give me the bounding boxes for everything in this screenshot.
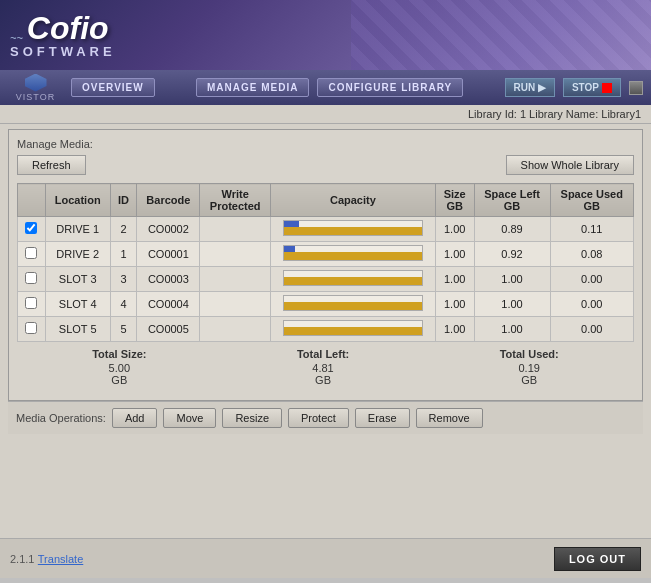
row-id: 4 — [110, 292, 137, 317]
total-left-label: Total Left: — [297, 348, 349, 360]
row-checkbox-cell[interactable] — [18, 242, 46, 267]
row-space-used: 0.11 — [550, 217, 633, 242]
library-info-bar: Library Id: 1 Library Name: Library1 — [0, 105, 651, 124]
nav-logo-area: VISTOR — [8, 74, 63, 102]
total-used: Total Used: 0.19 GB — [500, 348, 559, 386]
row-id: 2 — [110, 217, 137, 242]
col-capacity: Capacity — [270, 184, 435, 217]
logo-area: ~~ Cofio SOFTWARE — [10, 12, 116, 59]
row-location: SLOT 3 — [45, 267, 110, 292]
add-button[interactable]: Add — [112, 408, 158, 428]
total-size-value: 5.00 — [92, 362, 146, 374]
col-space-used: Space UsedGB — [550, 184, 633, 217]
row-capacity — [270, 317, 435, 342]
capacity-bar-free — [284, 302, 422, 310]
row-location: SLOT 4 — [45, 292, 110, 317]
configure-library-button[interactable]: CONFIGURE LIBRARY — [317, 78, 463, 97]
navbar: VISTOR OVERVIEW MANAGE MEDIA CONFIGURE L… — [0, 70, 651, 105]
row-capacity — [270, 242, 435, 267]
logo-software: SOFTWARE — [10, 44, 116, 59]
total-size-unit: GB — [92, 374, 146, 386]
stop-button[interactable]: STOP — [563, 78, 621, 97]
row-location: DRIVE 2 — [45, 242, 110, 267]
overview-button[interactable]: OVERVIEW — [71, 78, 155, 97]
row-checkbox[interactable] — [25, 297, 37, 309]
remove-button[interactable]: Remove — [416, 408, 483, 428]
footer-left: 2.1.1 Translate — [10, 552, 83, 566]
translate-link[interactable]: Translate — [38, 553, 83, 565]
total-left-unit: GB — [297, 374, 349, 386]
section-label: Manage Media: — [17, 138, 634, 150]
row-checkbox[interactable] — [25, 322, 37, 334]
row-capacity — [270, 267, 435, 292]
app-header: ~~ Cofio SOFTWARE — [0, 0, 651, 70]
manage-media-button[interactable]: MANAGE MEDIA — [196, 78, 309, 97]
row-checkbox[interactable] — [25, 272, 37, 284]
resize-button[interactable]: Resize — [222, 408, 282, 428]
row-checkbox[interactable] — [25, 247, 37, 259]
total-size-label: Total Size: — [92, 348, 146, 360]
row-write-protected — [200, 242, 271, 267]
capacity-bar — [283, 220, 423, 236]
media-ops-label: Media Operations: — [16, 412, 106, 424]
total-size: Total Size: 5.00 GB — [92, 348, 146, 386]
row-size: 1.00 — [435, 217, 474, 242]
capacity-bar-free — [284, 227, 422, 235]
row-barcode: CO0002 — [137, 217, 200, 242]
row-write-protected — [200, 317, 271, 342]
erase-button[interactable]: Erase — [355, 408, 410, 428]
row-space-left: 1.00 — [474, 317, 550, 342]
row-write-protected — [200, 267, 271, 292]
table-header-row: Location ID Barcode WriteProtected Capac… — [18, 184, 634, 217]
row-space-used: 0.00 — [550, 317, 633, 342]
vistor-icon — [25, 74, 47, 92]
move-button[interactable]: Move — [163, 408, 216, 428]
row-space-used: 0.00 — [550, 267, 633, 292]
table-row: SLOT 33CO00031.001.000.00 — [18, 267, 634, 292]
protect-button[interactable]: Protect — [288, 408, 349, 428]
col-write-protected: WriteProtected — [200, 184, 271, 217]
footer: 2.1.1 Translate LOG OUT — [0, 538, 651, 578]
row-checkbox-cell[interactable] — [18, 292, 46, 317]
table-row: DRIVE 12CO00021.000.890.11 — [18, 217, 634, 242]
table-row: SLOT 44CO00041.001.000.00 — [18, 292, 634, 317]
library-info-text: Library Id: 1 Library Name: Library1 — [468, 108, 641, 120]
row-checkbox-cell[interactable] — [18, 217, 46, 242]
capacity-bar — [283, 320, 423, 336]
nav-corner — [629, 81, 643, 95]
run-button[interactable]: RUN ▶ — [505, 78, 555, 97]
col-space-left: Space LeftGB — [474, 184, 550, 217]
row-size: 1.00 — [435, 242, 474, 267]
row-id: 5 — [110, 317, 137, 342]
logo-cofio: Cofio — [27, 12, 109, 44]
total-used-unit: GB — [500, 374, 559, 386]
capacity-bar-free — [284, 277, 422, 285]
col-size: SizeGB — [435, 184, 474, 217]
header-pattern — [351, 0, 651, 70]
row-space-used: 0.08 — [550, 242, 633, 267]
col-id: ID — [110, 184, 137, 217]
main-content: Manage Media: Refresh Show Whole Library… — [0, 124, 651, 538]
row-size: 1.00 — [435, 267, 474, 292]
toolbar-row: Refresh Show Whole Library — [17, 155, 634, 175]
capacity-bar — [283, 245, 423, 261]
col-location: Location — [45, 184, 110, 217]
total-used-value: 0.19 — [500, 362, 559, 374]
media-table: Location ID Barcode WriteProtected Capac… — [17, 183, 634, 342]
row-barcode: CO0004 — [137, 292, 200, 317]
row-barcode: CO0001 — [137, 242, 200, 267]
logout-button[interactable]: LOG OUT — [554, 547, 641, 571]
row-space-left: 1.00 — [474, 292, 550, 317]
footer-version: 2.1.1 — [10, 553, 34, 565]
row-checkbox[interactable] — [25, 222, 37, 234]
refresh-button[interactable]: Refresh — [17, 155, 86, 175]
row-write-protected — [200, 292, 271, 317]
capacity-bar — [283, 295, 423, 311]
capacity-bar — [283, 270, 423, 286]
row-checkbox-cell[interactable] — [18, 267, 46, 292]
row-capacity — [270, 292, 435, 317]
op-buttons-container: AddMoveResizeProtectEraseRemove — [112, 408, 483, 428]
row-checkbox-cell[interactable] — [18, 317, 46, 342]
show-library-button[interactable]: Show Whole Library — [506, 155, 634, 175]
total-used-label: Total Used: — [500, 348, 559, 360]
